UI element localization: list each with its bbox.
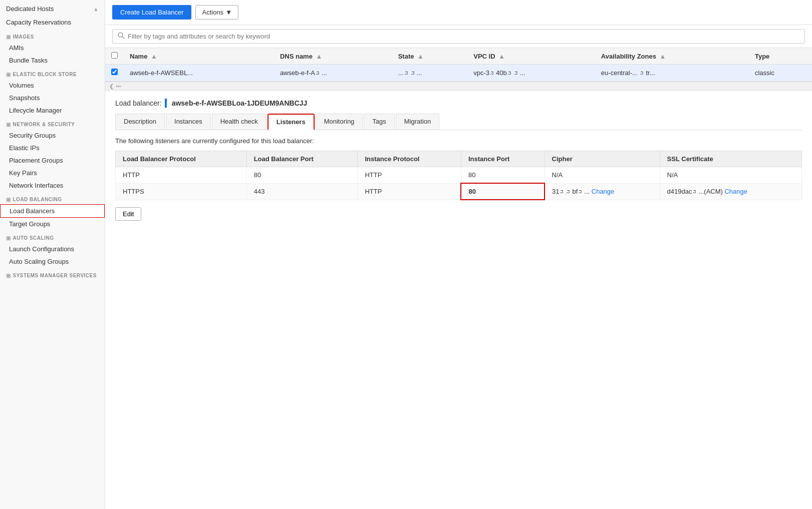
detail-label: Load balancer: [115,99,162,107]
tab-instances[interactable]: Instances [166,114,211,130]
search-input[interactable] [128,33,799,40]
toolbar: Create Load Balancer Actions ▼ [105,0,812,25]
actions-label: Actions [202,9,223,16]
collapse-icon-auto-scaling[interactable]: ▣ [6,235,11,241]
section-label-elastic-block-store: ELASTIC BLOCK STORE [13,72,77,77]
sidebar-item-load-balancers[interactable]: Load Balancers [0,204,105,218]
sidebar-item-elastic-ips[interactable]: Elastic IPs [0,142,105,154]
collapse-icon: ▲ [93,6,99,12]
listeners-col-lb_port: Load Balancer Port [246,151,358,167]
sidebar-section-auto-scaling: ▣AUTO SCALING [0,230,105,243]
load-balancer-icon [165,99,167,108]
tab-monitoring[interactable]: Monitoring [316,114,363,130]
section-label-systems-manager: SYSTEMS MANAGER SERVICES [13,273,97,278]
sidebar-item-volumes[interactable]: Volumes [0,79,105,92]
sidebar-item-target-groups[interactable]: Target Groups [0,218,105,230]
listeners-col-lb_protocol: Load Balancer Protocol [116,151,247,167]
row-cell-type: classic [749,65,812,81]
sort-icon-dns_name: ▲ [314,53,322,60]
listeners-row: HTTP80HTTP80N/AN/A [116,167,802,184]
listeners-row-1-lb-port: 443 [246,183,358,200]
listeners-col-instance_port: Instance Port [461,151,545,167]
listeners-row: HTTPS443HTTP8031ᰎᰎbfᰎ... Changed419dacᰎ.… [116,183,802,200]
sidebar-item-dedicated-hosts[interactable]: Dedicated Hosts▲ [0,2,105,16]
tab-health-check[interactable]: Health check [212,114,266,130]
sidebar-item-snapshots[interactable]: Snapshots [0,92,105,104]
section-label-network-security: NETWORK & SECURITY [13,122,75,127]
sidebar-item-launch-configurations[interactable]: Launch Configurations [0,243,105,255]
sidebar-item-amis[interactable]: AMIs [0,42,105,54]
sidebar-item-placement-groups[interactable]: Placement Groups [0,154,105,167]
listeners-col-ssl_certificate: SSL Certificate [660,151,801,167]
listeners-row-0-ssl-cert: N/A [660,167,801,184]
sidebar-section-elastic-block-store: ▣ELASTIC BLOCK STORE [0,67,105,79]
sidebar-item-network-interfaces[interactable]: Network Interfaces [0,179,105,192]
list-col-availability_zones[interactable]: Availability Zones ▲ [595,48,749,65]
create-load-balancer-button[interactable]: Create Load Balancer [112,5,191,20]
sidebar-item-auto-scaling-groups[interactable]: Auto Scaling Groups [0,255,105,268]
collapse-icon-images[interactable]: ▣ [6,34,11,40]
list-header-row: Name ▲DNS name ▲State ▲VPC ID ▲Availabil… [105,48,812,65]
sidebar-item-security-groups[interactable]: Security Groups [0,129,105,142]
list-header-checkbox [105,48,124,65]
row-cell-dns_name: awseb-e-f-Aᰎ... [274,65,392,81]
listeners-row-0-instance-protocol: HTTP [358,167,461,184]
sidebar-item-lifecycle-manager[interactable]: Lifecycle Manager [0,104,105,117]
actions-button[interactable]: Actions ▼ [195,5,238,20]
listeners-row-1-ssl-cert[interactable]: d419dacᰎ...(ACM) Change [660,183,801,200]
collapse-icon-network-security[interactable]: ▣ [6,122,11,127]
section-label-load-balancing: LOAD BALANCING [13,197,62,202]
sort-icon-vpc_id: ▲ [497,53,505,60]
collapse-icon-elastic-block-store[interactable]: ▣ [6,72,11,77]
tab-listeners[interactable]: Listeners [267,114,315,130]
table-row[interactable]: awseb-e-f-AWSEBL...awseb-e-f-Aᰎ......ᰎᰎ.… [105,65,812,81]
row-cell-availability_zones: eu-central-... ᰎtr... [595,65,749,81]
resize-dots: ••• [116,84,121,89]
cert-change-link-1[interactable]: Change [724,188,747,195]
sidebar-item-capacity-reservations[interactable]: Capacity Reservations [0,16,105,29]
listeners-description: The following listeners are currently co… [115,137,802,145]
list-col-vpc_id[interactable]: VPC ID ▲ [467,48,595,65]
sidebar-item-bundle-tasks[interactable]: Bundle Tasks [0,54,105,67]
listeners-col-instance_protocol: Instance Protocol [358,151,461,167]
listeners-row-1-cipher[interactable]: 31ᰎᰎbfᰎ... Change [545,183,660,200]
sidebar-section-load-balancing: ▣LOAD BALANCING [0,192,105,204]
listeners-row-0-lb-port: 80 [246,167,358,184]
search-icon [118,32,125,41]
resize-chevron-icon: ❮ [109,83,114,90]
sidebar-section-systems-manager: ▣SYSTEMS MANAGER SERVICES [0,268,105,280]
listeners-row-1-instance-protocol: HTTP [358,183,461,200]
select-all-checkbox[interactable] [111,52,118,59]
list-col-state[interactable]: State ▲ [392,48,468,65]
listeners-table: Load Balancer ProtocolLoad Balancer Port… [115,151,802,200]
resize-handle[interactable]: ❮ ••• [105,82,812,91]
tab-migration[interactable]: Migration [396,114,439,130]
list-area: Name ▲DNS name ▲State ▲VPC ID ▲Availabil… [105,48,812,82]
listeners-content: The following listeners are currently co… [115,137,802,221]
row-cell-name: awseb-e-f-AWSEBL... [124,65,274,81]
row-checkbox-0[interactable] [105,65,124,81]
cipher-change-link-1[interactable]: Change [592,188,615,195]
sidebar-section-images: ▣IMAGES [0,29,105,42]
row-cell-state: ...ᰎᰎ... [392,65,468,81]
detail-header: Load balancer: awseb-e-f-AWSEBLoa-1JDEUM… [115,99,802,108]
row-checkbox-input-0[interactable] [111,69,118,75]
sort-icon-state: ▲ [415,53,423,60]
load-balancer-name: awseb-e-f-AWSEBLoa-1JDEUM9ANBCJJ [172,99,308,107]
listeners-header-row: Load Balancer ProtocolLoad Balancer Port… [116,151,802,167]
sidebar-item-label-dedicated-hosts: Dedicated Hosts [6,5,54,13]
edit-button[interactable]: Edit [115,207,141,221]
list-col-name[interactable]: Name ▲ [124,48,274,65]
listeners-row-1-instance-port: 80 [461,183,545,200]
list-tbody: awseb-e-f-AWSEBL...awseb-e-f-Aᰎ......ᰎᰎ.… [105,65,812,81]
sidebar-item-key-pairs[interactable]: Key Pairs [0,167,105,179]
listeners-col-cipher: Cipher [545,151,660,167]
tab-tags[interactable]: Tags [364,114,394,130]
listeners-row-1-lb-protocol: HTTPS [116,183,247,200]
tab-description[interactable]: Description [115,114,165,130]
listeners-row-0-lb-protocol: HTTP [116,167,247,184]
list-col-dns_name[interactable]: DNS name ▲ [274,48,392,65]
collapse-icon-systems-manager[interactable]: ▣ [6,273,11,278]
sidebar-section-network-security: ▣NETWORK & SECURITY [0,117,105,129]
collapse-icon-load-balancing[interactable]: ▣ [6,197,11,202]
